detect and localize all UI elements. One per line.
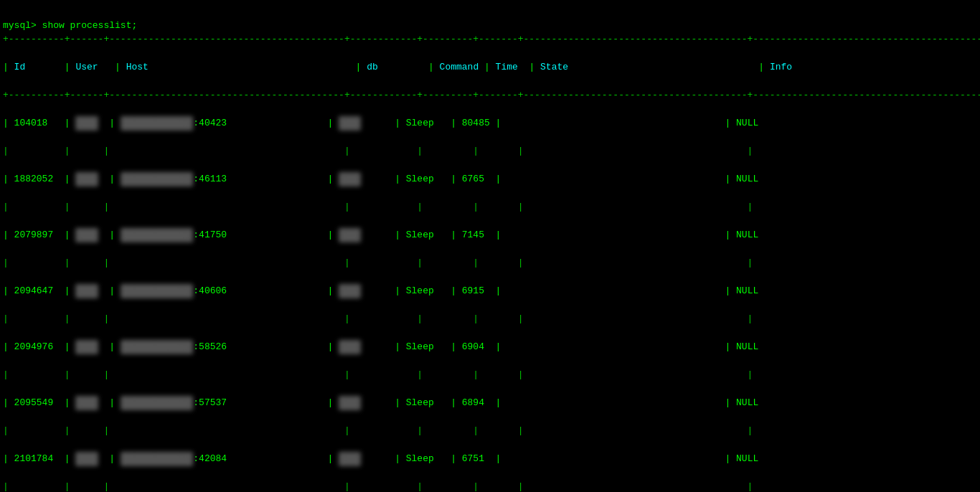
row-5: | 2094976 | us_5 | 192.168.5.105:58526 |… xyxy=(3,340,977,354)
row-3: | 2079897 | us_3 | 192.168.3.103:41750 |… xyxy=(3,228,977,242)
row-4: | 2094647 | us_4 | 192.168.4.104:40606 |… xyxy=(3,284,977,298)
prompt-line: mysql> show processlist; xyxy=(3,20,137,31)
row-2: | 1882052 | us_2 | 192.168.2.102:46113 |… xyxy=(3,172,977,186)
header-border: +----------+------+---------------------… xyxy=(3,88,977,103)
row-7: | 2101784 | us_7 | 192.168.7.107:42084 |… xyxy=(3,452,977,466)
row-6: | 2095549 | us_6 | 192.168.6.106:57537 |… xyxy=(3,396,977,410)
top-border: +----------+------+---------------------… xyxy=(3,32,977,47)
terminal-window: mysql> show processlist; +----------+---… xyxy=(0,0,980,492)
row-1: | 104018 | us_1 | 192.168.1.101:40423 | … xyxy=(3,116,977,131)
header-row: | Id | User | Host | db | Command | Time… xyxy=(3,60,977,75)
